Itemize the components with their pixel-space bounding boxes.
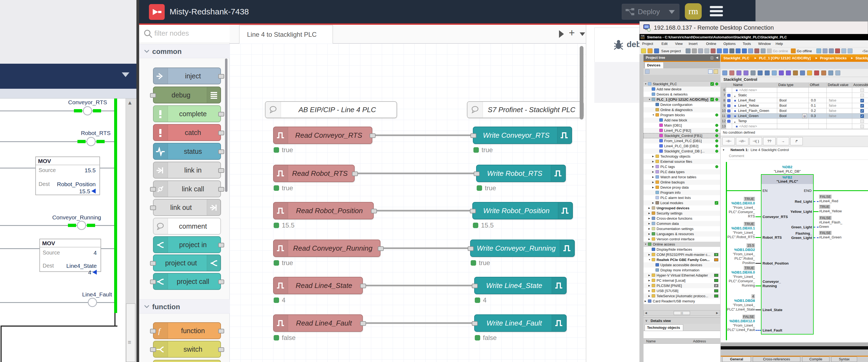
go-online-label[interactable]: Go online (773, 49, 788, 53)
node-input-port[interactable] (150, 187, 156, 192)
read-node[interactable]: Read Line4_Fault (273, 314, 363, 332)
tree-item[interactable]: Stacklight_Control [FB1] (644, 133, 720, 138)
save-project-label[interactable]: Save project (661, 49, 681, 53)
search-stub[interactable]: ‹Sea (862, 49, 868, 53)
node-output-port[interactable] (218, 112, 224, 116)
tree-item[interactable]: Devices & networks (644, 92, 720, 97)
write-node[interactable]: Write Robot_Position (472, 202, 573, 219)
accessible-checkbox[interactable]: ✓ (860, 114, 864, 118)
read-node[interactable]: Read Line4_State (273, 277, 363, 294)
upload-icon[interactable] (742, 49, 747, 53)
output-coil[interactable] (88, 298, 97, 307)
compile-icon[interactable] (730, 49, 734, 53)
tree-item[interactable]: Device configuration (644, 102, 720, 107)
v-split-icon[interactable] (848, 49, 852, 53)
node-output-port[interactable] (218, 74, 224, 79)
expand-all-icon[interactable] (800, 71, 805, 75)
lad-button-5[interactable]: ↱ (790, 137, 803, 145)
window-split-icon[interactable] (823, 49, 828, 53)
tree-h-thumb[interactable]: |||| (674, 311, 690, 315)
go-offline-label[interactable]: Go offline (797, 49, 812, 53)
read-node[interactable]: Read Conveyor_RTS (273, 127, 372, 144)
node-input-port[interactable] (472, 321, 478, 326)
tree-item[interactable]: Online & diagnostics (644, 107, 720, 112)
accessible-checkbox[interactable]: ✓ (860, 99, 864, 102)
tree-item[interactable]: From_Line4_PLC [DB1] (644, 138, 720, 143)
scroll-left-icon[interactable]: ◀ (645, 311, 647, 314)
tab-list-icon[interactable] (559, 30, 564, 38)
tree-item[interactable]: ▶PLC data types (644, 169, 720, 174)
copy-icon[interactable] (698, 49, 703, 53)
node-input-port[interactable] (150, 93, 156, 98)
col-header-default-value[interactable]: Default value (827, 82, 852, 88)
datatype-picker-button[interactable]: ▤ (802, 114, 807, 118)
mov-instruction[interactable]: MOVSource4DestLine4_State4 (39, 239, 101, 272)
force-icon[interactable] (835, 71, 840, 75)
rt-icon[interactable] (761, 49, 766, 53)
write-node[interactable]: Write Conveyor_Running (470, 240, 575, 257)
node-output-port[interactable] (218, 280, 224, 284)
user-avatar[interactable]: rm (685, 3, 702, 20)
scroll-right-icon[interactable]: ▶ (716, 311, 718, 314)
palette-node-partial[interactable] (153, 360, 221, 362)
delete-tag-icon[interactable] (730, 71, 734, 75)
tag-table-row[interactable]: 9Line4_YellowBool0.1false✓ (721, 103, 868, 108)
start-cpu-icon[interactable] (748, 49, 753, 53)
node-input-port[interactable] (468, 246, 474, 251)
read-node[interactable]: Read Robot_Position (273, 202, 374, 219)
breadcrumb-item[interactable]: Stacklight_PLC (723, 56, 749, 60)
palette-node-debug[interactable]: debug (153, 87, 221, 104)
node-input-port[interactable] (474, 171, 479, 176)
lad-button-4[interactable]: → (777, 137, 789, 145)
scroll-up-icon[interactable]: ▲ (127, 100, 133, 106)
read-node[interactable]: Read Robot_RTS (273, 165, 354, 182)
col-header-data-type[interactable]: Data type (777, 82, 809, 88)
tree-item[interactable]: ▶Online backups (644, 179, 720, 185)
deploy-caret-icon[interactable] (669, 10, 675, 14)
menu-icon[interactable] (710, 6, 723, 19)
close-all-icon[interactable] (835, 49, 840, 53)
network-comment[interactable]: Comment (729, 154, 744, 158)
upload-db-icon[interactable] (786, 71, 791, 75)
palette-node-project out[interactable]: project out (153, 254, 221, 271)
paste-icon[interactable] (704, 49, 709, 53)
tree-item[interactable]: ▼PLC_1 [CPU 1212C AC/DC/Rly]✓ (644, 97, 720, 102)
node-output-port[interactable] (360, 321, 366, 326)
modify-icon[interactable] (821, 71, 826, 75)
inspector-tab-cross-references[interactable]: Cross-references (753, 357, 800, 362)
tree-item[interactable]: Main [OB1] (644, 123, 720, 128)
pin-panel-icon[interactable]: ◫ (710, 56, 713, 60)
tree-item[interactable]: Stacklight_Control_DB [... (644, 148, 720, 154)
palette-scrollbar[interactable] (225, 58, 227, 192)
tree-item[interactable]: Line4_PLC [FB2] (644, 128, 720, 133)
palette-node-link call[interactable]: link call (153, 180, 221, 197)
insert-row-icon[interactable] (737, 71, 741, 75)
output-coil[interactable] (86, 137, 96, 146)
tree-filter-icon[interactable] (645, 69, 650, 74)
node-input-port[interactable] (150, 205, 156, 210)
copy-snapshot-icon[interactable] (765, 71, 770, 75)
go-online-icon[interactable] (767, 49, 772, 53)
deploy-button[interactable]: Deploy (622, 4, 679, 20)
comment-node[interactable]: S7 Profinet - Stacklight PLC (467, 101, 584, 118)
tree-item[interactable]: ▶PLC tags (644, 164, 720, 169)
node-output-port[interactable] (370, 133, 376, 138)
canvas-scrollbar[interactable] (580, 46, 584, 119)
tag-table-row[interactable]: 12▼Temp (721, 119, 868, 124)
tag-table-row[interactable]: 8Line4_RedBool0.0false✓ (721, 98, 868, 103)
inspector-tab-general[interactable]: General (722, 357, 751, 362)
cut-icon[interactable] (692, 49, 697, 53)
node-input-port[interactable] (470, 133, 476, 138)
flow-tab[interactable]: Line 4 to Stacklight PLC (239, 25, 333, 44)
node-output-port[interactable] (218, 347, 224, 352)
comment-node[interactable]: AB EIP/CIP - Line 4 PLC (265, 101, 397, 118)
tree-item[interactable]: Program info (644, 190, 720, 195)
menu-item-options[interactable]: Options (723, 41, 736, 46)
snapshot-icon[interactable] (758, 71, 763, 75)
tree-item[interactable]: ▼Program blocks (644, 112, 720, 118)
tag-table-row[interactable]: 6<Add new> (721, 88, 868, 93)
palette-node-link out[interactable]: link out (153, 199, 221, 216)
tree-view-icon[interactable] (708, 69, 713, 74)
node-output-port[interactable] (218, 329, 224, 333)
tree-item[interactable]: ▼Stacklight_PLC✓ (644, 81, 720, 87)
